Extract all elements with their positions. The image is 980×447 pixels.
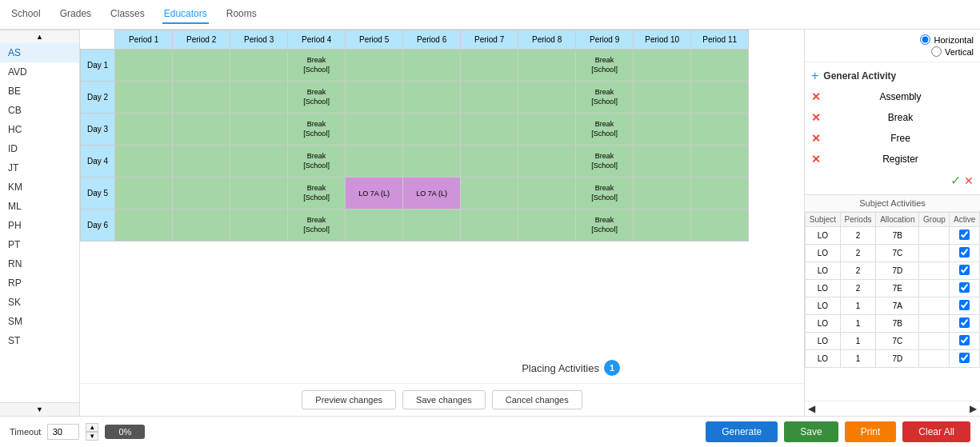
cell-1-0[interactable]: [115, 82, 173, 114]
active-checkbox-7[interactable]: [959, 353, 970, 363]
cell-0-7[interactable]: [518, 50, 576, 82]
print-button[interactable]: Print: [845, 421, 897, 442]
cell-3-5[interactable]: [403, 146, 461, 178]
cell-break-0-8[interactable]: Break[School]: [576, 50, 634, 82]
cell-break-3-3[interactable]: Break[School]: [288, 146, 346, 178]
cell-break-4-8[interactable]: Break[School]: [576, 178, 634, 210]
active-checkbox-6[interactable]: [959, 335, 970, 345]
cell-2-4[interactable]: [346, 114, 403, 146]
tab-educators[interactable]: Educators: [162, 5, 209, 24]
vertical-radio[interactable]: [931, 46, 942, 57]
timeout-decrement[interactable]: ▼: [86, 432, 98, 441]
add-activity-icon[interactable]: +: [811, 69, 818, 83]
cell-4-7[interactable]: [518, 178, 576, 210]
cell-4-9[interactable]: [634, 178, 691, 210]
cell-0-4[interactable]: [346, 50, 403, 82]
cell-5-6[interactable]: [461, 210, 518, 241]
cell-2-9[interactable]: [634, 114, 691, 146]
sidebar-item-rp[interactable]: RP: [0, 273, 79, 293]
sidebar-item-pt[interactable]: PT: [0, 235, 79, 254]
cell-3-7[interactable]: [518, 146, 576, 178]
sidebar-item-cb[interactable]: CB: [0, 101, 79, 120]
cell-5-7[interactable]: [518, 210, 576, 241]
active-checkbox-5[interactable]: [959, 317, 970, 328]
cell-1-10[interactable]: [691, 82, 749, 114]
tab-grades[interactable]: Grades: [58, 5, 93, 24]
sidebar-item-hc[interactable]: HC: [0, 120, 79, 139]
cell-4-1[interactable]: [173, 178, 230, 210]
cell-5-10[interactable]: [691, 210, 749, 241]
cell-0-10[interactable]: [691, 50, 749, 82]
active-checkbox-2[interactable]: [959, 265, 970, 275]
cell-4-2[interactable]: [230, 178, 288, 210]
cell-5-5[interactable]: [403, 210, 461, 241]
cell-break-3-8[interactable]: Break[School]: [576, 146, 634, 178]
sidebar-item-ml[interactable]: ML: [0, 197, 79, 216]
cell-break-4-3[interactable]: Break[School]: [288, 178, 346, 210]
cell-break-5-3[interactable]: Break[School]: [288, 210, 346, 241]
active-checkbox-3[interactable]: [959, 282, 970, 293]
tab-school[interactable]: School: [10, 5, 42, 24]
sidebar-item-id[interactable]: ID: [0, 139, 79, 158]
cell-5-4[interactable]: [346, 210, 403, 241]
active-checkbox-4[interactable]: [959, 300, 970, 310]
confirm-activity-button[interactable]: ✓: [950, 173, 961, 188]
save-button[interactable]: Save: [784, 421, 838, 442]
cell-5-1[interactable]: [173, 210, 230, 241]
save-changes-button[interactable]: Save changes: [402, 390, 486, 409]
preview-changes-button[interactable]: Preview changes: [302, 390, 396, 409]
sidebar-item-rn[interactable]: RN: [0, 254, 79, 273]
cell-1-1[interactable]: [173, 82, 230, 114]
sidebar-item-sm[interactable]: SM: [0, 312, 79, 331]
cell-2-2[interactable]: [230, 114, 288, 146]
horizontal-radio[interactable]: [920, 34, 930, 45]
sidebar-item-be[interactable]: BE: [0, 82, 79, 101]
sidebar-item-km[interactable]: KM: [0, 178, 79, 197]
remove-activity-3[interactable]: ✕: [811, 153, 821, 166]
cell-lo7a-4-4[interactable]: LO 7A (L): [346, 178, 403, 210]
tab-classes[interactable]: Classes: [109, 5, 146, 24]
cell-5-9[interactable]: [634, 210, 691, 241]
remove-activity-0[interactable]: ✕: [811, 90, 821, 103]
remove-activity-2[interactable]: ✕: [811, 132, 821, 145]
tab-rooms[interactable]: Rooms: [225, 5, 258, 24]
cell-4-0[interactable]: [115, 178, 173, 210]
cell-5-2[interactable]: [230, 210, 288, 241]
cell-3-0[interactable]: [115, 146, 173, 178]
sidebar-down-button[interactable]: ▼: [0, 402, 79, 416]
cell-4-10[interactable]: [691, 178, 749, 210]
cell-5-0[interactable]: [115, 210, 173, 241]
cell-break-2-8[interactable]: Break[School]: [576, 114, 634, 146]
cell-1-5[interactable]: [403, 82, 461, 114]
cell-lo7a-4-5[interactable]: LO 7A (L): [403, 178, 461, 210]
cell-3-6[interactable]: [461, 146, 518, 178]
cell-0-5[interactable]: [403, 50, 461, 82]
sidebar-up-button[interactable]: ▲: [0, 30, 79, 43]
cell-0-6[interactable]: [461, 50, 518, 82]
timeout-increment[interactable]: ▲: [86, 423, 98, 432]
cell-1-4[interactable]: [346, 82, 403, 114]
cell-0-2[interactable]: [230, 50, 288, 82]
sidebar-item-jt[interactable]: JT: [0, 158, 79, 178]
cell-1-6[interactable]: [461, 82, 518, 114]
cell-3-10[interactable]: [691, 146, 749, 178]
clear-all-button[interactable]: Clear All: [902, 421, 970, 442]
grid-scroll-container[interactable]: Period 1Period 2Period 3Period 4Period 5…: [80, 30, 804, 383]
cell-3-9[interactable]: [634, 146, 691, 178]
cell-3-4[interactable]: [346, 146, 403, 178]
cell-2-0[interactable]: [115, 114, 173, 146]
active-checkbox-1[interactable]: [959, 247, 970, 257]
cell-3-2[interactable]: [230, 146, 288, 178]
discard-activity-button[interactable]: ✕: [964, 173, 974, 188]
sidebar-item-ph[interactable]: PH: [0, 216, 79, 235]
cell-2-5[interactable]: [403, 114, 461, 146]
cell-4-6[interactable]: [461, 178, 518, 210]
cell-break-2-3[interactable]: Break[School]: [288, 114, 346, 146]
cell-0-9[interactable]: [634, 50, 691, 82]
sidebar-item-sk[interactable]: SK: [0, 293, 79, 312]
remove-activity-1[interactable]: ✕: [811, 111, 821, 124]
subject-scroll-container[interactable]: SubjectPeriodsAllocationGroupActive LO 2…: [805, 212, 980, 401]
cell-2-6[interactable]: [461, 114, 518, 146]
timeout-input[interactable]: [47, 424, 79, 440]
cell-1-9[interactable]: [634, 82, 691, 114]
